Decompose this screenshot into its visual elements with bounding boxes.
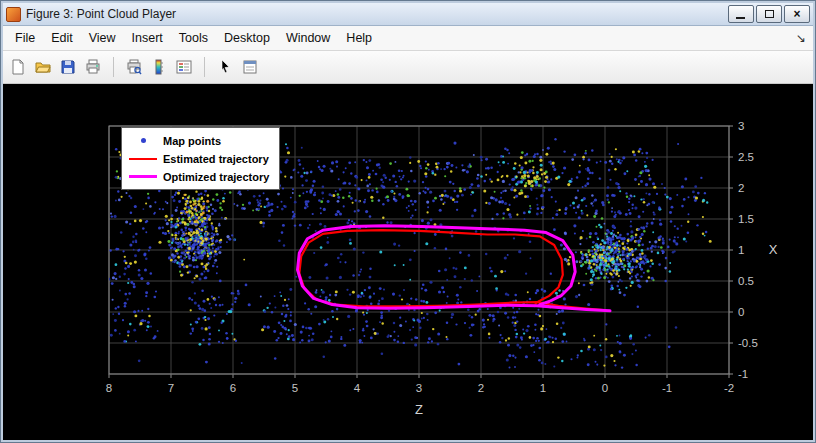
menubar: FileEditViewInsertToolsDesktopWindowHelp… bbox=[3, 26, 813, 51]
figure-window: Figure 3: Point Cloud Player × FileEditV… bbox=[0, 0, 816, 443]
menu-item-insert[interactable]: Insert bbox=[124, 26, 171, 50]
svg-text:1: 1 bbox=[738, 244, 744, 256]
svg-text:-0.5: -0.5 bbox=[738, 337, 758, 349]
menu-item-file[interactable]: File bbox=[7, 26, 43, 50]
svg-text:7: 7 bbox=[168, 382, 174, 394]
titlebar[interactable]: Figure 3: Point Cloud Player × bbox=[3, 3, 813, 26]
menu-item-help[interactable]: Help bbox=[338, 26, 380, 50]
figure-toolbar bbox=[3, 51, 813, 84]
svg-text:3: 3 bbox=[416, 382, 422, 394]
print-figure-icon[interactable] bbox=[82, 56, 104, 78]
close-button[interactable]: × bbox=[784, 5, 810, 23]
svg-text:1: 1 bbox=[540, 382, 546, 394]
new-figure-icon[interactable] bbox=[7, 56, 29, 78]
svg-text:5: 5 bbox=[292, 382, 298, 394]
menu-item-window[interactable]: Window bbox=[278, 26, 338, 50]
legend-line-marker bbox=[128, 175, 158, 178]
minimize-icon bbox=[736, 17, 745, 19]
open-file-icon[interactable] bbox=[32, 56, 54, 78]
insert-legend-icon[interactable] bbox=[173, 56, 195, 78]
menu-item-view[interactable]: View bbox=[81, 26, 124, 50]
legend-entry: Map points bbox=[128, 133, 269, 148]
svg-text:X: X bbox=[769, 242, 778, 257]
legend-label: Optimized trajectory bbox=[163, 171, 269, 183]
toolbar-separator bbox=[204, 57, 205, 77]
menu-item-tools[interactable]: Tools bbox=[171, 26, 216, 50]
svg-text:Z: Z bbox=[415, 402, 423, 417]
svg-text:4: 4 bbox=[354, 382, 361, 394]
legend-label: Estimated trajectory bbox=[163, 153, 269, 165]
maximize-button[interactable] bbox=[756, 5, 782, 23]
menu-item-desktop[interactable]: Desktop bbox=[216, 26, 278, 50]
dock-figure-icon[interactable]: ↘ bbox=[796, 31, 813, 45]
svg-text:-1: -1 bbox=[662, 382, 672, 394]
menu-items: FileEditViewInsertToolsDesktopWindowHelp bbox=[7, 26, 380, 50]
plot-legend[interactable]: Map pointsEstimated trajectoryOptimized … bbox=[121, 127, 280, 190]
insert-colorbar-icon[interactable] bbox=[148, 56, 170, 78]
plot-canvas: 876543210-1-232.521.510.50-0.5-1ZX Map p… bbox=[3, 84, 813, 440]
maximize-icon bbox=[765, 10, 774, 18]
window-controls: × bbox=[728, 5, 810, 23]
legend-label: Map points bbox=[163, 135, 221, 147]
svg-text:2: 2 bbox=[738, 182, 744, 194]
svg-text:0: 0 bbox=[602, 382, 608, 394]
svg-text:0: 0 bbox=[738, 306, 744, 318]
svg-text:-2: -2 bbox=[724, 382, 734, 394]
save-figure-icon[interactable] bbox=[57, 56, 79, 78]
legend-point-marker bbox=[128, 138, 158, 143]
svg-text:6: 6 bbox=[230, 382, 236, 394]
svg-text:8: 8 bbox=[106, 382, 112, 394]
toolbar-separator bbox=[113, 57, 114, 77]
svg-text:2: 2 bbox=[478, 382, 484, 394]
legend-entry: Estimated trajectory bbox=[128, 151, 269, 166]
legend-entry: Optimized trajectory bbox=[128, 169, 269, 184]
minimize-button[interactable] bbox=[728, 5, 754, 23]
legend-line-marker bbox=[128, 158, 158, 160]
property-inspector-icon[interactable] bbox=[239, 56, 261, 78]
svg-text:3: 3 bbox=[738, 120, 744, 132]
close-icon: × bbox=[793, 8, 800, 20]
edit-plot-icon[interactable] bbox=[214, 56, 236, 78]
svg-text:0.5: 0.5 bbox=[738, 275, 754, 287]
print-preview-icon[interactable] bbox=[123, 56, 145, 78]
menu-item-edit[interactable]: Edit bbox=[43, 26, 81, 50]
svg-text:1.5: 1.5 bbox=[738, 213, 754, 225]
svg-text:2.5: 2.5 bbox=[738, 151, 754, 163]
svg-text:-1: -1 bbox=[738, 368, 748, 380]
matlab-figure-icon bbox=[6, 7, 21, 22]
window-title: Figure 3: Point Cloud Player bbox=[26, 7, 728, 21]
